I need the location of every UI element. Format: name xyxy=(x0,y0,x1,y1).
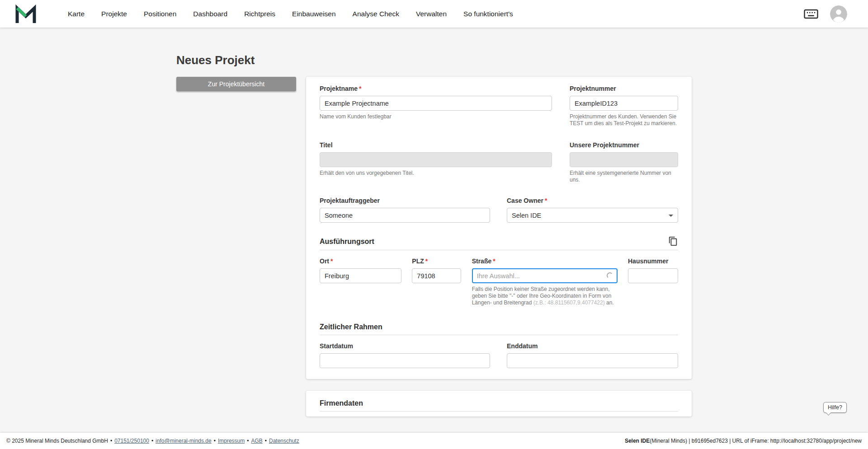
hausnummer-field: Hausnummer xyxy=(628,257,678,283)
footer-link-impressum[interactable]: Impressum xyxy=(218,438,245,444)
nav-item-so-funktionierts[interactable]: So funktioniert's xyxy=(463,10,513,18)
footer-separator: • xyxy=(214,438,216,444)
unsere-projektnummer-label: Unsere Projektnummer xyxy=(570,141,678,149)
case-owner-value: Selen IDE xyxy=(512,212,541,219)
unsere-projektnummer-input xyxy=(570,152,678,167)
projektname-helper: Name vom Kunden festlegbar xyxy=(320,113,552,120)
section-zeitlicher-rahmen-title: Zeitlicher Rahmen xyxy=(320,323,382,331)
footer-session-info: Selen IDE (Mineral Minds) | b91695ed7623… xyxy=(625,438,862,444)
loading-spinner-icon xyxy=(607,272,613,279)
strasse-label: Straße* xyxy=(472,257,618,265)
footer-separator: • xyxy=(265,438,267,444)
section-firmendaten: Firmendaten xyxy=(320,399,678,412)
footer-separator: • xyxy=(247,438,249,444)
enddatum-field: Enddatum xyxy=(507,342,678,368)
projektauftraggeber-field: Projektauftraggeber xyxy=(320,197,490,223)
project-form-card: Projektname* Name vom Kunden festlegbar … xyxy=(306,77,692,379)
footer-session-rest: (Mineral Minds) | b91695ed7623 | URL of … xyxy=(650,438,862,444)
projektnummer-input[interactable] xyxy=(570,96,678,111)
footer-link-phone[interactable]: 07151/250100 xyxy=(114,438,149,444)
firmendaten-card: Firmendaten xyxy=(306,391,692,416)
nav-item-dashboard[interactable]: Dashboard xyxy=(193,10,227,18)
footer-copyright: © 2025 Mineral Minds Deutschland GmbH xyxy=(6,438,108,444)
startdatum-input[interactable] xyxy=(320,353,490,368)
projektname-field: Projektname* Name vom Kunden festlegbar xyxy=(320,85,552,120)
footer-separator: • xyxy=(110,438,112,444)
nav-item-positionen[interactable]: Positionen xyxy=(144,10,176,18)
section-firmendaten-title: Firmendaten xyxy=(320,399,363,407)
strasse-input[interactable] xyxy=(472,268,618,283)
footer: © 2025 Mineral Minds Deutschland GmbH • … xyxy=(0,433,868,449)
zur-projektuebersicht-button[interactable]: Zur Projektübersicht xyxy=(176,77,296,91)
enddatum-input[interactable] xyxy=(507,353,678,368)
page-title: Neues Projekt xyxy=(176,53,692,68)
plz-input[interactable] xyxy=(412,268,461,283)
case-owner-label: Case Owner* xyxy=(507,197,678,205)
ort-input[interactable] xyxy=(320,268,401,283)
nav-item-verwalten[interactable]: Verwalten xyxy=(416,10,447,18)
footer-separator: • xyxy=(151,438,153,444)
footer-link-agb[interactable]: AGB xyxy=(251,438,262,444)
section-zeitlicher-rahmen: Zeitlicher Rahmen xyxy=(320,323,678,335)
projektname-input[interactable] xyxy=(320,96,552,111)
left-column: Zur Projektübersicht xyxy=(176,77,296,91)
plz-label: PLZ* xyxy=(412,257,461,265)
projektauftraggeber-label: Projektauftraggeber xyxy=(320,197,490,205)
plz-field: PLZ* xyxy=(412,257,461,283)
hausnummer-label: Hausnummer xyxy=(628,257,678,265)
footer-link-email[interactable]: info@mineral-minds.de xyxy=(156,438,212,444)
hausnummer-input[interactable] xyxy=(628,268,678,283)
footer-session-user: Selen IDE xyxy=(625,438,650,444)
copy-location-button[interactable] xyxy=(668,236,678,246)
case-owner-field: Case Owner* Selen IDE xyxy=(507,197,678,223)
ort-label: Ort* xyxy=(320,257,401,265)
required-asterisk: * xyxy=(359,85,361,92)
projektnummer-label: Projektnummer xyxy=(570,85,678,93)
titel-helper: Erhält den von uns vorgegebenen Titel. xyxy=(320,170,552,177)
main-content: Neues Projekt Zur Projektübersicht Proje… xyxy=(0,28,868,433)
titel-label: Titel xyxy=(320,141,552,149)
nav-item-analyse-check[interactable]: Analyse Check xyxy=(353,10,399,18)
startdatum-field: Startdatum xyxy=(320,342,490,368)
ort-field: Ort* xyxy=(320,257,401,283)
top-navbar: Karte Projekte Positionen Dashboard Rich… xyxy=(0,0,868,28)
enddatum-label: Enddatum xyxy=(507,342,678,350)
unsere-projektnummer-field: Unsere Projektnummer Erhält eine systemg… xyxy=(570,141,678,183)
strasse-field: Straße* Falls die Position keiner Straße… xyxy=(472,257,618,306)
projektname-label: Projektname* xyxy=(320,85,552,93)
projektnummer-helper: Projektnummer des Kunden. Verwenden Sie … xyxy=(570,113,678,127)
main-navigation: Karte Projekte Positionen Dashboard Rich… xyxy=(68,10,513,18)
section-ausfuehrungsort: Ausführungsort xyxy=(320,236,678,250)
footer-left: © 2025 Mineral Minds Deutschland GmbH • … xyxy=(6,438,299,444)
app-logo-icon[interactable] xyxy=(15,5,36,23)
required-asterisk: * xyxy=(330,257,333,265)
navbar-right xyxy=(804,5,847,23)
keyboard-icon[interactable] xyxy=(804,9,818,19)
startdatum-label: Startdatum xyxy=(320,342,490,350)
section-ausfuehrungsort-title: Ausführungsort xyxy=(320,237,374,246)
nav-item-einbauweisen[interactable]: Einbauweisen xyxy=(292,10,336,18)
chevron-down-icon xyxy=(669,215,673,217)
help-button[interactable]: Hilfe? xyxy=(823,402,847,413)
titel-field: Titel Erhält den von uns vorgegebenen Ti… xyxy=(320,141,552,177)
projektauftraggeber-input[interactable] xyxy=(320,208,490,223)
footer-link-datenschutz[interactable]: Datenschutz xyxy=(269,438,299,444)
nav-item-karte[interactable]: Karte xyxy=(68,10,85,18)
case-owner-select[interactable]: Selen IDE xyxy=(507,208,678,223)
nav-item-projekte[interactable]: Projekte xyxy=(101,10,127,18)
copy-icon xyxy=(668,236,678,246)
projektnummer-field: Projektnummer Projektnummer des Kunden. … xyxy=(570,85,678,127)
strasse-helper: Falls die Position keiner Straße zugeord… xyxy=(472,286,618,306)
user-avatar-icon[interactable] xyxy=(830,5,847,23)
required-asterisk: * xyxy=(425,257,428,265)
nav-item-richtpreis[interactable]: Richtpreis xyxy=(244,10,275,18)
titel-input xyxy=(320,152,552,167)
unsere-projektnummer-helper: Erhält eine systemgenerierte Nummer von … xyxy=(570,170,678,183)
required-asterisk: * xyxy=(493,257,495,265)
required-asterisk: * xyxy=(545,197,547,204)
